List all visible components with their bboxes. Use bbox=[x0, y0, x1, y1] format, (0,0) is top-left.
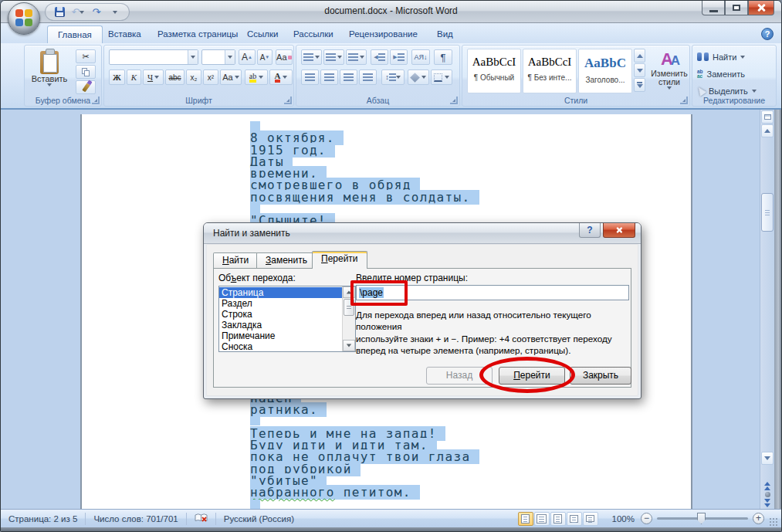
scroll-up-button[interactable] bbox=[761, 124, 774, 137]
dialog-tab-1[interactable]: Найти bbox=[213, 252, 258, 268]
undo-button[interactable]: ↶ bbox=[70, 5, 86, 19]
format-painter-button[interactable] bbox=[76, 80, 96, 94]
shrink-font-button[interactable]: А▼ bbox=[257, 49, 273, 65]
status-word-count[interactable]: Число слов: 701/701 bbox=[86, 513, 186, 525]
ribbon-tab-2[interactable]: Вставка bbox=[98, 25, 151, 43]
select-browse-object-button[interactable] bbox=[765, 492, 770, 497]
help-button[interactable]: ? bbox=[761, 28, 774, 40]
copy-button[interactable] bbox=[76, 65, 96, 79]
list-scrollbar-thumb[interactable] bbox=[344, 299, 354, 316]
change-case-button[interactable]: Aa bbox=[220, 69, 242, 85]
ribbon-tab-1[interactable]: Главная bbox=[47, 25, 103, 43]
draft-view-button[interactable] bbox=[583, 512, 598, 526]
increase-indent-button[interactable]: ▶ bbox=[390, 49, 408, 65]
font-name-combobox[interactable] bbox=[109, 49, 198, 65]
goto-object-item[interactable]: Страница bbox=[219, 287, 342, 298]
save-button[interactable] bbox=[52, 5, 67, 19]
highlight-button[interactable]: ab bbox=[245, 69, 268, 85]
align-left-button[interactable] bbox=[301, 69, 319, 85]
zoom-in-button[interactable]: + bbox=[753, 513, 764, 524]
clear-formatting-button[interactable]: Аа bbox=[276, 49, 293, 65]
zoom-slider[interactable] bbox=[657, 517, 748, 520]
subscript-button[interactable]: x₂ bbox=[186, 69, 201, 85]
cut-button[interactable]: ✂ bbox=[76, 49, 96, 63]
full-screen-reading-button[interactable] bbox=[534, 512, 550, 526]
find-button[interactable]: Найти bbox=[697, 49, 745, 64]
goto-object-item[interactable]: Закладка bbox=[219, 320, 342, 330]
justify-button[interactable] bbox=[359, 69, 377, 85]
dialog-title-bar[interactable]: Найти и заменить ? bbox=[204, 223, 641, 244]
sort-button[interactable]: АЯ↓ bbox=[411, 49, 430, 65]
status-language[interactable]: Русский (Россия) bbox=[216, 513, 302, 525]
line-spacing-button[interactable]: ↕ bbox=[381, 69, 405, 85]
goto-object-item[interactable]: Строка bbox=[219, 309, 342, 320]
gallery-down-button[interactable] bbox=[634, 63, 645, 77]
goto-object-item[interactable]: Сноска bbox=[219, 341, 342, 352]
superscript-button[interactable]: x² bbox=[203, 69, 218, 85]
goto-object-item[interactable]: Раздел bbox=[219, 298, 342, 309]
resize-grip[interactable] bbox=[769, 517, 779, 527]
change-styles-button[interactable]: AA Изменить стили bbox=[649, 49, 689, 97]
office-button[interactable] bbox=[8, 2, 40, 35]
bold-button[interactable]: Ж bbox=[109, 69, 125, 85]
listbox-scrollbar[interactable] bbox=[342, 286, 355, 351]
gallery-up-button[interactable] bbox=[634, 49, 645, 63]
vertical-scrollbar[interactable] bbox=[760, 110, 774, 509]
italic-button[interactable]: К bbox=[127, 69, 141, 85]
dialog-tab-2[interactable]: Заменить bbox=[256, 252, 317, 268]
show-formatting-marks-button[interactable]: ¶ bbox=[434, 49, 452, 65]
clipboard-dialog-launcher[interactable] bbox=[92, 97, 100, 104]
ribbon-tab-4[interactable]: Ссылки bbox=[237, 25, 289, 43]
strikethrough-button[interactable]: abc bbox=[165, 69, 184, 85]
scroll-down-button[interactable] bbox=[761, 452, 774, 465]
scrollbar-thumb[interactable] bbox=[761, 193, 774, 232]
zoom-slider-thumb[interactable] bbox=[697, 513, 706, 524]
print-layout-view-button[interactable] bbox=[518, 512, 533, 526]
shading-button[interactable] bbox=[408, 69, 429, 85]
paragraph-dialog-launcher[interactable] bbox=[450, 97, 458, 104]
paste-button[interactable]: Вставить bbox=[29, 49, 70, 97]
list-scroll-up-button[interactable] bbox=[343, 286, 355, 298]
font-color-button[interactable]: А bbox=[269, 69, 293, 85]
ruler-toggle-button[interactable] bbox=[761, 110, 774, 124]
grow-font-button[interactable]: А▲ bbox=[239, 49, 256, 65]
style-card-2[interactable]: AaBbCcI¶ Без инте... bbox=[523, 49, 577, 93]
close-button[interactable] bbox=[748, 1, 774, 15]
outline-view-button[interactable] bbox=[567, 512, 582, 526]
dialog-tab-3[interactable]: Перейти bbox=[312, 251, 367, 269]
borders-button[interactable] bbox=[431, 69, 452, 85]
font-dialog-launcher[interactable] bbox=[284, 97, 292, 104]
previous-page-button[interactable] bbox=[764, 482, 770, 490]
page-number-input[interactable]: \page bbox=[356, 285, 629, 300]
zoom-out-button[interactable]: − bbox=[641, 513, 652, 524]
status-page-indicator[interactable]: Страница: 2 из 5 bbox=[1, 513, 86, 525]
restore-button[interactable] bbox=[725, 1, 748, 15]
ribbon-tab-3[interactable]: Разметка страницы bbox=[147, 25, 248, 43]
goto-button[interactable]: Перейти bbox=[499, 367, 565, 385]
ribbon-tab-7[interactable]: Вид bbox=[427, 25, 463, 43]
style-card-3[interactable]: AaBbCЗаголово... bbox=[578, 49, 632, 93]
underline-button[interactable]: Ч bbox=[143, 69, 164, 85]
minimize-button[interactable] bbox=[702, 1, 725, 15]
align-center-button[interactable] bbox=[320, 69, 338, 85]
next-page-button[interactable] bbox=[764, 499, 770, 507]
multilevel-list-button[interactable] bbox=[346, 49, 367, 65]
list-scroll-down-button[interactable] bbox=[343, 340, 355, 351]
dialog-help-button[interactable]: ? bbox=[579, 223, 601, 238]
gallery-more-button[interactable] bbox=[634, 78, 645, 92]
web-layout-button[interactable] bbox=[550, 512, 566, 526]
close-dialog-button[interactable]: Закрыть bbox=[570, 367, 631, 385]
bullets-button[interactable] bbox=[301, 49, 322, 65]
ribbon-tab-5[interactable]: Рассылки bbox=[283, 25, 344, 43]
qat-customize-button[interactable] bbox=[107, 5, 123, 19]
back-button[interactable]: Назад bbox=[426, 367, 493, 385]
spellcheck-indicator[interactable] bbox=[187, 513, 216, 525]
replace-button[interactable]: abac Заменить bbox=[697, 66, 745, 81]
goto-object-listbox[interactable]: СтраницаРазделСтрокаЗакладкаПримечаниеСн… bbox=[218, 286, 356, 352]
goto-object-item[interactable]: Примечание bbox=[219, 330, 342, 341]
redo-button[interactable]: ↷ bbox=[89, 5, 104, 19]
numbering-button[interactable] bbox=[323, 49, 344, 65]
align-right-button[interactable] bbox=[340, 69, 357, 85]
style-card-1[interactable]: AaBbCcI¶ Обычный bbox=[467, 49, 521, 93]
zoom-level[interactable]: 100% bbox=[612, 514, 635, 524]
